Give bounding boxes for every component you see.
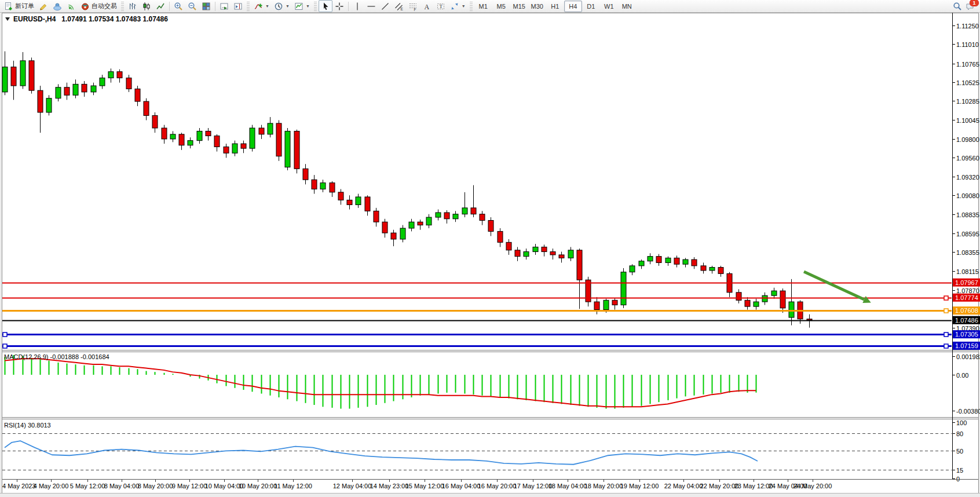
metaeditor-button[interactable] xyxy=(36,0,50,12)
date-label: 18 May 04:00 xyxy=(548,483,587,489)
line-handle[interactable] xyxy=(944,296,948,300)
autotrade-button[interactable]: 自动交易 xyxy=(78,0,119,12)
candle-body xyxy=(312,180,317,189)
candle-body xyxy=(56,87,61,98)
notifications-button[interactable]: 1 xyxy=(966,2,975,11)
arrows-tool-button[interactable]: ▼ xyxy=(448,0,468,12)
candle-body xyxy=(320,183,326,189)
price-tick: 1.10525 xyxy=(956,79,979,86)
candle-body xyxy=(480,214,485,221)
cursor-button[interactable] xyxy=(319,0,332,12)
toolbar-separator xyxy=(169,2,170,11)
line-handle[interactable] xyxy=(944,344,948,348)
candle-body xyxy=(11,67,16,86)
toolbar-grip xyxy=(314,2,317,11)
horizontal-line-tool-button[interactable] xyxy=(364,0,378,12)
fibonacci-tool-button[interactable]: F xyxy=(406,0,420,12)
crosshair-button[interactable] xyxy=(332,0,346,12)
indicators-button[interactable]: ▼ xyxy=(251,0,272,12)
rsi-name: RSI(14) xyxy=(4,422,26,429)
chart-shift-button[interactable] xyxy=(231,0,245,12)
chart-canvas[interactable]: 0.0019820.00-0.00380410080501501.112501.… xyxy=(0,0,980,497)
candle-body xyxy=(206,131,211,136)
svg-text:A: A xyxy=(424,2,429,10)
templates-button[interactable]: ▼ xyxy=(292,0,312,12)
price-tick: 1.09800 xyxy=(956,136,979,143)
candle-body xyxy=(692,260,697,266)
new-order-label: 新订单 xyxy=(15,2,34,10)
toolbar-grip xyxy=(470,2,473,11)
zoom-in-button[interactable] xyxy=(171,0,185,12)
tab-timeframe-m15[interactable]: M15 xyxy=(510,1,528,12)
candle-body xyxy=(152,115,158,128)
price-tick: 1.08835 xyxy=(956,211,979,218)
bar-chart-button[interactable] xyxy=(126,0,140,12)
candle-body xyxy=(303,169,308,180)
tab-timeframe-m1[interactable]: M1 xyxy=(474,1,492,12)
price-badge-label: 1.07486 xyxy=(955,317,978,324)
candle-body xyxy=(144,101,149,115)
new-order-button[interactable]: 新订单 xyxy=(2,0,36,12)
date-label: 8 May 04:00 xyxy=(104,483,140,489)
price-badge-label: 1.07159 xyxy=(955,342,978,349)
collapse-icon[interactable] xyxy=(5,17,10,21)
autoscroll-button[interactable] xyxy=(217,0,231,12)
toolbar-separator xyxy=(215,2,215,11)
community-button[interactable] xyxy=(50,0,64,12)
candle-body xyxy=(356,197,361,205)
date-label: 11 May 12:00 xyxy=(274,483,312,489)
date-label: 24 May 20:00 xyxy=(793,483,832,489)
autotrade-icon xyxy=(81,2,90,11)
price-badge-label: 1.07774 xyxy=(955,294,978,301)
candle-body xyxy=(29,61,34,90)
candle-body xyxy=(135,89,140,101)
rsi-axis-tick: 15 xyxy=(956,467,963,474)
candle-body xyxy=(462,208,467,214)
candlestick-icon xyxy=(142,2,151,11)
tab-timeframe-m5[interactable]: M5 xyxy=(492,1,510,12)
tab-timeframe-mn[interactable]: MN xyxy=(618,1,636,12)
candle-body xyxy=(224,147,229,153)
zoom-out-button[interactable] xyxy=(185,0,199,12)
tab-timeframe-h1[interactable]: H1 xyxy=(546,1,564,12)
tile-windows-button[interactable] xyxy=(199,0,213,12)
chevron-down-icon: ▼ xyxy=(462,4,466,8)
candle-body xyxy=(426,217,432,225)
candle-body xyxy=(736,293,741,301)
line-handle[interactable] xyxy=(3,332,7,337)
candle-body xyxy=(745,300,750,306)
candle-body xyxy=(550,252,555,255)
line-chart-button[interactable] xyxy=(153,0,167,12)
candle-body xyxy=(400,228,405,239)
search-icon[interactable] xyxy=(953,2,962,11)
date-label: 16 May 04:00 xyxy=(442,483,481,489)
tab-timeframe-d1[interactable]: D1 xyxy=(582,1,600,12)
channel-tool-button[interactable]: E xyxy=(392,0,406,12)
candle-body xyxy=(594,302,599,310)
line-handle[interactable] xyxy=(944,309,948,313)
trendline-tool-button[interactable] xyxy=(378,0,392,12)
cursor-icon xyxy=(321,2,330,11)
candle-body xyxy=(648,257,653,261)
date-label: 22 May 04:00 xyxy=(664,483,703,489)
line-handle[interactable] xyxy=(3,344,7,348)
line-handle[interactable] xyxy=(944,332,948,337)
periods-button[interactable]: ▼ xyxy=(272,0,292,12)
macd-name: MACD(12,26,9) xyxy=(4,353,48,360)
date-label: 22 May 20:00 xyxy=(700,483,739,489)
candlestick-button[interactable] xyxy=(140,0,153,12)
label-tool-button[interactable]: T xyxy=(434,0,448,12)
date-label: 16 May 20:00 xyxy=(478,483,517,489)
text-tool-button[interactable]: A xyxy=(420,0,434,12)
tab-timeframe-m30[interactable]: M30 xyxy=(528,1,546,12)
tab-timeframe-w1[interactable]: W1 xyxy=(600,1,618,12)
tab-timeframe-h4[interactable]: H4 xyxy=(564,1,582,12)
horizontal-line-icon xyxy=(367,2,376,11)
candle-body xyxy=(488,220,493,231)
signals-button[interactable] xyxy=(64,0,78,12)
autotrade-label: 自动交易 xyxy=(92,2,117,10)
vertical-line-tool-button[interactable] xyxy=(350,0,364,12)
candle-body xyxy=(330,183,335,192)
candle-body xyxy=(639,261,644,266)
candle-body xyxy=(701,266,706,271)
